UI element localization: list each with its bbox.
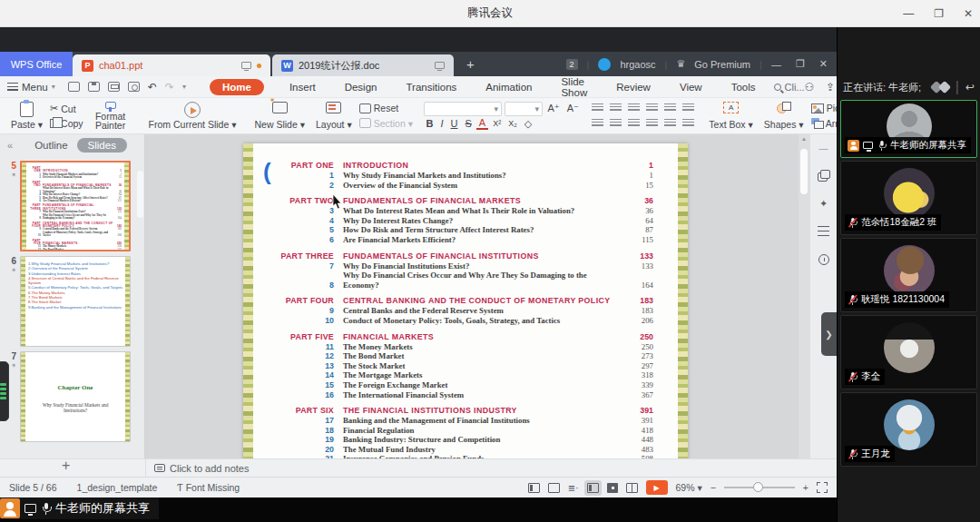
zoom-in-button[interactable]: + (803, 482, 808, 493)
wps-home-button[interactable]: WPS Office (0, 52, 73, 76)
print-preview-icon[interactable] (128, 82, 140, 92)
slide-sorter-icon[interactable] (607, 483, 618, 493)
participant-tile[interactable]: 范余恬18金融2 班 (840, 161, 977, 235)
superscript-button[interactable]: X² (491, 119, 504, 128)
collapse-panel-button[interactable]: « (7, 140, 13, 151)
ribbon-tab-animation[interactable]: Animation (482, 80, 535, 94)
distribute-icon[interactable] (664, 119, 676, 128)
layout-button[interactable]: Layout ▾ (310, 100, 358, 132)
zoom-slider[interactable] (724, 487, 795, 488)
save-icon[interactable] (88, 82, 100, 92)
columns-icon[interactable] (682, 119, 694, 128)
reset-button[interactable]: Reset (359, 103, 413, 113)
text-box-button[interactable]: A Text Box ▾ (703, 100, 758, 132)
bold-button[interactable]: B (424, 118, 436, 129)
tab-outline[interactable]: Outline (34, 140, 67, 151)
redo-icon[interactable]: ↷ (165, 81, 174, 94)
font-missing-indicator[interactable]: Ƭ Font Missing (177, 482, 240, 493)
account-name[interactable]: hrgaosc (620, 59, 655, 70)
section-button[interactable]: Section ▾ (359, 118, 413, 129)
participant-tile[interactable]: 王月龙 (840, 392, 977, 467)
new-slide-button[interactable]: New Slide ▾ (249, 100, 309, 132)
zoom-out-button[interactable]: − (710, 482, 716, 493)
participant-tile[interactable]: 李全 (840, 315, 977, 389)
decrease-font-button[interactable]: A⁻ (564, 103, 581, 114)
open-icon[interactable] (68, 82, 80, 92)
text-direction-icon[interactable] (682, 103, 694, 113)
collapse-sidebar-icon[interactable]: ↩ (965, 81, 975, 94)
wps-close-button[interactable]: ✕ (819, 58, 828, 70)
align-right-icon[interactable] (628, 119, 640, 128)
fit-slide-icon[interactable] (817, 482, 828, 493)
outline-list-icon[interactable]: ≣· (568, 483, 579, 493)
object-layers-icon[interactable] (818, 170, 830, 182)
slide-7-thumbnail[interactable]: Chapter One Why Study Financial Markets … (20, 351, 131, 442)
scrollbar-thumb[interactable] (800, 149, 808, 194)
menu-button[interactable]: Menu ▾ (7, 82, 55, 93)
wps-minimize-button[interactable]: — (771, 59, 781, 70)
bullets-icon[interactable] (592, 103, 603, 113)
doc-tab-report[interactable]: W 2019统计公报.doc (272, 54, 454, 76)
doc-tab-cha01[interactable]: P cha01.ppt (73, 54, 270, 76)
cut-button[interactable]: ✂ Cut (50, 103, 83, 114)
template-name[interactable]: 1_design_template (77, 482, 158, 493)
align-left-icon[interactable] (592, 119, 603, 128)
slide-canvas[interactable]: ( PART ONEINTRODUCTION11Why Study Financ… (145, 134, 799, 458)
notes-toggle-icon[interactable] (528, 483, 540, 493)
align-center-icon[interactable] (610, 119, 622, 128)
handout-icon[interactable] (548, 483, 560, 493)
scroll-up-icon[interactable]: ▲ (801, 136, 807, 142)
docs-count-badge[interactable]: 2 (566, 59, 578, 70)
subscript-button[interactable]: X₂ (506, 119, 520, 128)
properties-icon[interactable] (818, 226, 829, 238)
shapes-button[interactable]: Shapes ▾ (759, 100, 809, 132)
underline-button[interactable]: U (448, 118, 460, 129)
ribbon-tab-home[interactable]: Home (210, 79, 264, 95)
format-painter-button[interactable]: Format Painter (85, 100, 136, 132)
ribbon-tab-slide-show[interactable]: Slide Show (557, 74, 591, 100)
italic-button[interactable]: I (438, 118, 446, 129)
line-spacing-icon[interactable] (664, 103, 676, 113)
increase-indent-icon[interactable] (646, 103, 658, 113)
ribbon-tab-tools[interactable]: Tools (728, 80, 760, 94)
customize-chevron-icon[interactable]: ▾ (182, 83, 186, 91)
decrease-indent-icon[interactable] (628, 103, 640, 113)
ribbon-tab-view[interactable]: View (676, 80, 706, 94)
effects-icon[interactable]: ✦ (818, 198, 830, 210)
picture-button[interactable]: Picture (811, 103, 837, 113)
close-button[interactable]: ✕ (964, 7, 973, 20)
slide-6-thumbnail[interactable]: 1.Why Study Financial Markets and Instit… (20, 256, 131, 347)
share-user-icon[interactable]: ⚇ (805, 81, 815, 94)
reading-view-icon[interactable] (626, 483, 638, 493)
zoom-knob[interactable] (753, 482, 763, 492)
zoom-level[interactable]: 69% ▾ (676, 482, 702, 493)
notes-placeholder[interactable]: Click to add notes (154, 463, 249, 474)
go-premium-button[interactable]: Go Premium (694, 59, 750, 70)
new-tab-button[interactable]: + (454, 52, 487, 76)
strikethrough-button[interactable]: S (463, 118, 474, 129)
font-color-button[interactable]: A (476, 117, 487, 130)
ribbon-tab-review[interactable]: Review (612, 80, 654, 94)
ribbon-tab-design[interactable]: Design (341, 80, 381, 94)
ribbon-tab-insert[interactable]: Insert (286, 80, 319, 94)
normal-view-icon[interactable] (587, 483, 599, 493)
numbering-icon[interactable] (610, 103, 622, 113)
maximize-button[interactable]: ❐ (934, 7, 944, 20)
slide-5-thumbnail[interactable]: PART ONEINTRODUCTION11Why Study Financia… (20, 161, 131, 251)
arrange-button[interactable]: Arrange ▾ (811, 118, 837, 129)
ribbon-tab-transitions[interactable]: Transitions (402, 80, 460, 94)
wps-maximize-button[interactable]: ❐ (796, 58, 805, 70)
copy-button[interactable]: Copy (50, 118, 83, 129)
font-name-select[interactable]: ▾ (424, 102, 502, 116)
print-icon[interactable] (108, 82, 120, 92)
panel-scrollbar[interactable] (137, 171, 143, 218)
tab-slides[interactable]: Slides (77, 138, 127, 153)
ribbon-search[interactable]: Cli... (774, 82, 805, 93)
justify-icon[interactable] (646, 119, 658, 128)
upload-icon[interactable]: ⇪ (826, 81, 835, 94)
from-current-slide-button[interactable]: From Current Slide ▾ (143, 100, 242, 132)
undo-icon[interactable]: ↶ (148, 81, 157, 94)
add-slide-button[interactable]: + (62, 458, 70, 474)
participant-tile[interactable]: 牛老师的屏幕共享 (840, 100, 977, 158)
participant-tile[interactable]: 耿瑶悦 1821130004 (840, 238, 977, 312)
